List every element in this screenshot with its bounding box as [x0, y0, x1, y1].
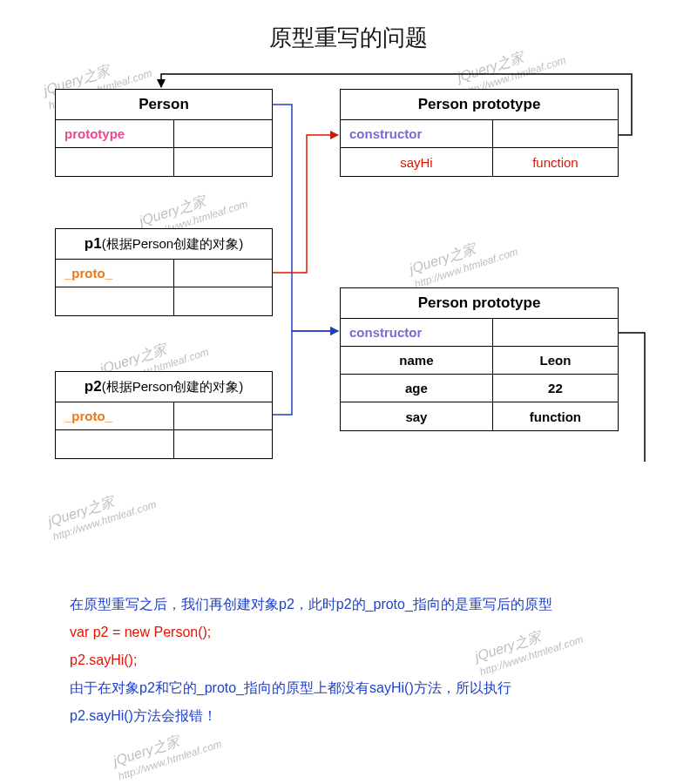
- box-header: Person prototype: [341, 288, 618, 319]
- table-row: _proto_: [56, 260, 272, 287]
- cell-key: prototype: [56, 120, 174, 148]
- watermark: jQuery之家http://www.htmleaf.com: [45, 481, 158, 544]
- diagram-canvas: 原型重写的问题 jQuery之家http://www.htmleaf.com j…: [0, 0, 697, 784]
- cell-key: [56, 287, 174, 315]
- cell-key: name: [341, 347, 493, 375]
- box-p2: p2(根据Person创建的对象) _proto_: [55, 371, 273, 459]
- table-row: [56, 430, 272, 458]
- box-header: p2(根据Person创建的对象): [56, 372, 272, 402]
- table-row: prototype: [56, 120, 272, 148]
- header-prefix: p1: [85, 235, 102, 252]
- cell-value: [493, 319, 618, 347]
- cell-value: [174, 120, 272, 148]
- explanation-text: 在原型重写之后，我们再创建对象p2，此时p2的_proto_指向的是重写后的原型…: [70, 591, 636, 730]
- box-person: Person prototype: [55, 89, 273, 177]
- cell-key: _proto_: [56, 402, 174, 430]
- diagram-title: 原型重写的问题: [0, 23, 697, 53]
- table-row: constructor: [341, 319, 618, 347]
- cell-value: [174, 402, 272, 430]
- header-sub: (根据Person创建的对象): [102, 379, 244, 394]
- cell-value: function: [493, 402, 618, 430]
- note-line: 由于在对象p2和它的_proto_指向的原型上都没有sayHi()方法，所以执行: [70, 674, 636, 702]
- header-prefix: p2: [85, 378, 102, 395]
- table-row: [56, 148, 272, 176]
- table-row: sayHi function: [341, 148, 618, 176]
- arrow-proto2-constructor-loop: [619, 333, 645, 462]
- cell-key: [56, 148, 174, 176]
- box-person-prototype-2: Person prototype constructor name Leon a…: [340, 287, 619, 431]
- cell-key: sayHi: [341, 148, 493, 176]
- note-line: 在原型重写之后，我们再创建对象p2，此时p2的_proto_指向的是重写后的原型: [70, 591, 636, 618]
- table-row: constructor: [341, 120, 618, 148]
- table-row: [56, 287, 272, 315]
- note-line: p2.sayHi()方法会报错！: [70, 702, 636, 730]
- header-sub: (根据Person创建的对象): [102, 236, 244, 251]
- table-row: say function: [341, 402, 618, 430]
- arrow-p2-to-proto2: [273, 331, 338, 415]
- table-row: _proto_: [56, 402, 272, 430]
- cell-value: Leon: [493, 347, 618, 375]
- cell-value: 22: [493, 375, 618, 402]
- cell-key: constructor: [341, 120, 493, 148]
- cell-value: [174, 430, 272, 458]
- cell-value: [174, 260, 272, 287]
- box-p1: p1(根据Person创建的对象) _proto_: [55, 228, 273, 316]
- cell-value: [493, 120, 618, 148]
- box-header: p1(根据Person创建的对象): [56, 229, 272, 260]
- cell-key: say: [341, 402, 493, 430]
- arrow-person-to-proto1: [273, 105, 338, 331]
- box-header: Person prototype: [341, 90, 618, 120]
- cell-value: [174, 287, 272, 315]
- watermark: jQuery之家http://www.htmleaf.com: [407, 228, 519, 292]
- cell-key: constructor: [341, 319, 493, 347]
- cell-key: [56, 430, 174, 458]
- cell-key: _proto_: [56, 260, 174, 287]
- cell-key: age: [341, 375, 493, 402]
- cell-value: [174, 148, 272, 176]
- arrow-p1-to-proto1: [273, 135, 338, 273]
- cell-value: function: [493, 148, 618, 176]
- note-line: p2.sayHi();: [70, 646, 636, 674]
- table-row: age 22: [341, 375, 618, 402]
- box-header: Person: [56, 90, 272, 120]
- box-person-prototype-1: Person prototype constructor sayHi funct…: [340, 89, 619, 177]
- note-line: var p2 = new Person();: [70, 618, 636, 646]
- table-row: name Leon: [341, 347, 618, 375]
